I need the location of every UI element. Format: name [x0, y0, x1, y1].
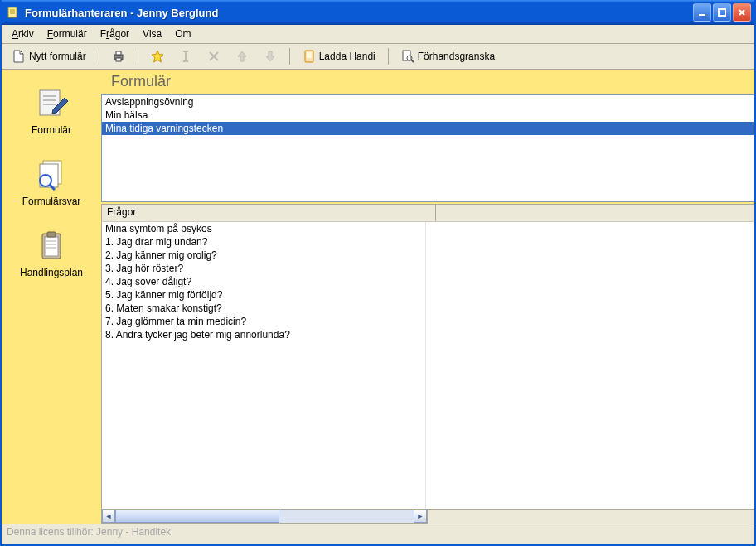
forms-header: Formulär [101, 70, 754, 94]
toolbar: Nytt formulär [2, 44, 754, 70]
question-item[interactable]: 4. Jag sover dåligt? [102, 275, 425, 288]
clipboard-icon [35, 229, 68, 262]
status-text: Denna licens tillhör: Jenny - Handitek [7, 526, 171, 538]
window-controls [693, 3, 751, 22]
arrow-up-icon [235, 50, 249, 63]
move-up-button[interactable] [230, 47, 254, 65]
question-item[interactable]: 5. Jag känner mig förföljd? [102, 288, 425, 302]
new-form-button[interactable]: Nytt formulär [7, 47, 92, 65]
text-cursor-button[interactable] [173, 47, 198, 65]
ladda-handi-button[interactable]: Ladda Handi [297, 47, 381, 65]
menu-formular[interactable]: Formulär [41, 27, 94, 41]
arrow-down-icon [264, 50, 277, 63]
statusbar: Denna licens tillhör: Jenny - Handitek [2, 524, 754, 544]
toolbar-separator [289, 48, 290, 65]
sidebar: Formulär Formulärsvar [2, 70, 101, 524]
svg-rect-5 [719, 9, 725, 16]
questions-section: Frågor Mina symtom på psykos1. Jag drar … [101, 202, 754, 524]
window-title: Formulärhanteraren - Jenny Berglund [25, 7, 693, 19]
sidebar-item-formular[interactable]: Formulär [2, 86, 101, 136]
toolbar-separator [388, 48, 389, 65]
svg-rect-10 [116, 58, 121, 61]
sidebar-item-label: Formulär [32, 124, 71, 136]
maximize-icon [718, 8, 726, 17]
svg-rect-4 [699, 14, 705, 16]
toolbar-separator [138, 48, 138, 65]
question-item[interactable]: 7. Jag glömmer ta min medicin? [102, 315, 425, 328]
close-icon [738, 8, 746, 17]
menu-visa[interactable]: Visa [136, 27, 168, 41]
move-down-button[interactable] [258, 47, 283, 65]
maximize-button[interactable] [713, 3, 731, 22]
questions-list[interactable]: Mina symtom på psykos1. Jag drar mig und… [102, 222, 426, 509]
text-cursor-icon [179, 50, 192, 63]
ladda-handi-label: Ladda Handi [319, 51, 376, 62]
menu-arkiv[interactable]: Arkiv [5, 27, 41, 41]
printer-icon [112, 50, 125, 63]
new-form-label: Nytt formulär [29, 51, 86, 62]
questions-column-header[interactable]: Frågor [102, 205, 436, 221]
form-icon [35, 86, 68, 119]
svg-rect-9 [116, 51, 121, 55]
new-file-icon [12, 50, 26, 63]
question-item[interactable]: 6. Maten smakar konstigt? [102, 302, 425, 315]
svg-rect-28 [47, 232, 56, 237]
preview-label: Förhandsgranska [418, 51, 495, 62]
questions-right-column [426, 222, 754, 509]
svg-rect-27 [45, 237, 58, 256]
svg-line-17 [411, 60, 414, 62]
horizontal-scrollbar[interactable]: ◄ ► [101, 510, 428, 524]
toolbar-separator [99, 48, 99, 65]
form-list-item[interactable]: Avslappningsövning [102, 95, 754, 109]
app-window: Formulärhanteraren - Jenny Berglund Arki… [0, 0, 756, 546]
scroll-left-arrow[interactable]: ◄ [102, 510, 115, 523]
preview-button[interactable]: Förhandsgranska [395, 47, 501, 65]
forms-listbox[interactable]: AvslappningsövningMin hälsaMina tidiga v… [101, 94, 754, 202]
magnifier-page-icon [401, 50, 414, 63]
minimize-button[interactable] [693, 3, 711, 22]
sidebar-item-label: Formulärsvar [22, 196, 81, 207]
questions-header-row: Frågor [101, 204, 754, 222]
scroll-right-arrow[interactable]: ► [414, 510, 427, 523]
app-icon [7, 6, 20, 19]
scrollbar-thumb[interactable] [115, 510, 279, 523]
question-item[interactable]: Mina symtom på psykos [102, 222, 425, 235]
titlebar: Formulärhanteraren - Jenny Berglund [2, 0, 754, 25]
question-item[interactable]: 3. Jag hör röster? [102, 262, 425, 275]
menu-fragor[interactable]: Frågor [94, 27, 136, 41]
star-icon [151, 50, 164, 63]
x-icon [207, 50, 220, 63]
menubar: Arkiv Formulär Frågor Visa Om [2, 25, 754, 44]
svg-rect-14 [307, 52, 312, 58]
device-icon [303, 50, 316, 63]
question-item[interactable]: 1. Jag drar mig undan? [102, 235, 425, 249]
sidebar-item-handlingsplan[interactable]: Handlingsplan [2, 229, 101, 278]
svg-rect-0 [8, 7, 17, 17]
form-list-item[interactable]: Min hälsa [102, 109, 754, 122]
delete-button[interactable] [201, 47, 226, 65]
questions-column-header-2[interactable] [436, 205, 446, 221]
menu-om[interactable]: Om [168, 27, 197, 41]
minimize-icon [698, 8, 706, 17]
star-button[interactable] [145, 47, 170, 65]
question-item[interactable]: 2. Jag känner mig orolig? [102, 249, 425, 262]
close-button[interactable] [733, 3, 751, 22]
form-answers-icon [35, 157, 68, 191]
body: Formulär Formulärsvar [2, 70, 754, 524]
form-list-item[interactable]: Mina tidiga varningstecken [102, 122, 754, 135]
question-item[interactable]: 8. Andra tycker jag beter mig annorlunda… [102, 328, 425, 341]
sidebar-item-formularsvar[interactable]: Formulärsvar [2, 157, 101, 207]
main: Formulär AvslappningsövningMin hälsaMina… [101, 70, 754, 524]
sidebar-item-label: Handlingsplan [20, 267, 83, 278]
scrollbar-track[interactable] [115, 510, 414, 523]
print-button[interactable] [106, 47, 131, 65]
questions-body: Mina symtom på psykos1. Jag drar mig und… [101, 222, 754, 510]
